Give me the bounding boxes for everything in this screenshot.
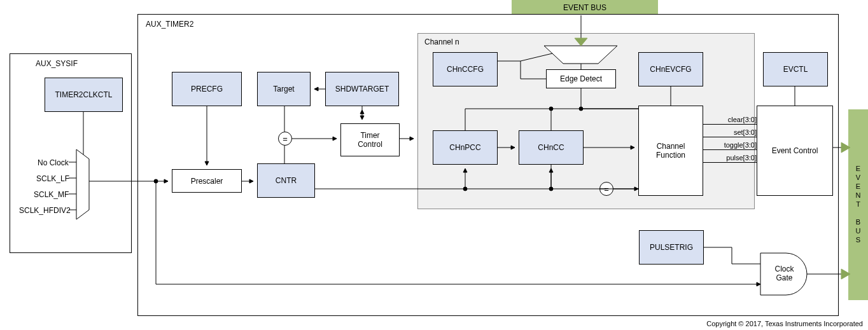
eq-timer-label: = — [283, 134, 288, 144]
sig-clear: clear[3:0] — [703, 114, 757, 125]
sig-set-label: set[3:0] — [734, 128, 757, 136]
timer2clkctl-label: TIMER2CLKCTL — [55, 90, 112, 99]
clock-sclk-mf: SCLK_MF — [34, 190, 69, 199]
event-bus-right: EVENT BUS — [848, 109, 868, 300]
cntr-label: CNTR — [276, 176, 297, 185]
aux-sysif-title: AUX_SYSIF — [36, 59, 78, 68]
channel-function-block: Channel Function — [638, 106, 703, 196]
sig-toggle-label: toggle[3:0] — [724, 141, 757, 149]
chnpcc-reg: CHnPCC — [433, 130, 498, 165]
prescaler-block: Prescaler — [172, 169, 242, 193]
chnpcc-label: CHnPCC — [449, 143, 480, 152]
edge-detect-label: Edge Detect — [560, 74, 602, 83]
chnevcfg-label: CHnEVCFG — [650, 65, 691, 74]
clock-sclk-lf: SCLK_LF — [36, 174, 69, 183]
precfg-reg: PRECFG — [172, 72, 242, 106]
evctl-reg: EVCTL — [763, 52, 828, 86]
precfg-label: PRECFG — [191, 85, 223, 93]
eq-circle-timer: = — [278, 132, 292, 146]
timer-control-block: Timer Control — [340, 123, 400, 156]
chncc-label: CHnCC — [538, 143, 564, 152]
evctl-label: EVCTL — [783, 65, 808, 74]
event-bus-right-label: EVENT BUS — [855, 165, 862, 245]
copyright: Copyright © 2017, Texas Instruments Inco… — [706, 320, 863, 327]
timer-control-label: Timer Control — [358, 131, 382, 149]
pulsetrig-reg: PULSETRIG — [639, 230, 704, 265]
chnccfg-reg: CHnCCFG — [433, 52, 498, 86]
event-bus-top: EVENT BUS — [512, 0, 658, 15]
shdwtarget-reg: SHDWTARGET — [325, 72, 399, 106]
chnccfg-label: CHnCCFG — [447, 65, 484, 74]
clock-gate-label: Clock Gate — [774, 265, 794, 282]
sig-clear-label: clear[3:0] — [728, 116, 757, 123]
cntr-reg: CNTR — [257, 163, 315, 198]
event-control-label: Event Control — [772, 146, 818, 155]
clock-no-clock: No Clock — [38, 158, 69, 167]
timer2clkctl-reg: TIMER2CLKCTL — [45, 78, 123, 112]
sig-toggle: toggle[3:0] — [703, 140, 757, 150]
eq-circle-channel: = — [599, 182, 613, 196]
aux-timer2-title: AUX_TIMER2 — [146, 20, 193, 29]
event-bus-top-label: EVENT BUS — [563, 3, 606, 12]
prescaler-label: Prescaler — [191, 177, 223, 186]
channel-n-title: Channel n — [424, 38, 459, 46]
edge-detect-block: Edge Detect — [546, 69, 616, 88]
event-control-block: Event Control — [757, 106, 833, 196]
chncc-reg: CHnCC — [519, 130, 584, 165]
sig-pulse: pulse[3:0] — [703, 153, 757, 163]
clock-sclk-hfdiv2: SCLK_HFDIV2 — [19, 206, 71, 215]
target-reg: Target — [257, 72, 311, 106]
shdwtarget-label: SHDWTARGET — [335, 85, 389, 93]
target-label: Target — [273, 85, 294, 93]
sig-set: set[3:0] — [703, 127, 757, 137]
channel-function-label: Channel Function — [656, 142, 685, 160]
sig-pulse-label: pulse[3:0] — [726, 154, 757, 162]
pulsetrig-label: PULSETRIG — [650, 243, 693, 252]
chnevcfg-reg: CHnEVCFG — [638, 52, 703, 86]
eq-channel-label: = — [604, 184, 609, 194]
clock-gate-label-wrap: Clock Gate — [767, 258, 802, 289]
